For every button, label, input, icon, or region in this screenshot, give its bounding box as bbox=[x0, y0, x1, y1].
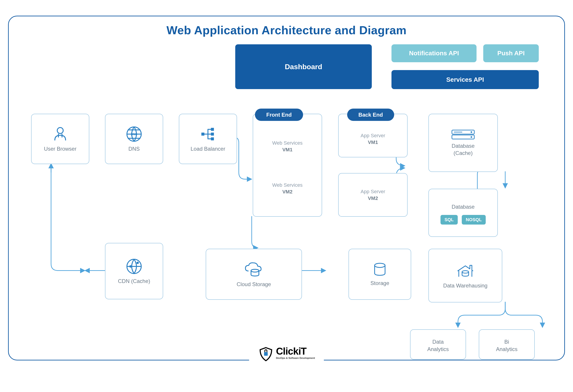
load-balancer-label: Load Balancer bbox=[191, 145, 225, 152]
svg-rect-5 bbox=[211, 133, 214, 136]
bi-analytics-node: BiAnalytics bbox=[479, 329, 535, 359]
dns-node: DNS DNS bbox=[105, 114, 163, 164]
bi-analytics-label: BiAnalytics bbox=[496, 338, 518, 353]
nosql-tag: NOSQL bbox=[462, 215, 486, 225]
data-analytics-node: DataAnalytics bbox=[410, 329, 466, 359]
user-browser-label: User Browser bbox=[44, 145, 76, 152]
cloud-storage-label: Cloud Storage bbox=[237, 281, 271, 288]
cloud-db-icon bbox=[243, 261, 265, 279]
svg-point-14 bbox=[137, 262, 139, 264]
shield-icon bbox=[258, 346, 274, 362]
storage-label: Storage bbox=[370, 280, 389, 287]
svg-rect-18 bbox=[264, 352, 268, 356]
load-balancer-node: Load Balancer bbox=[179, 114, 237, 164]
svg-point-16 bbox=[375, 263, 385, 267]
frontend-pill: Front End bbox=[255, 108, 303, 121]
data-warehousing-label: Data Warehausing bbox=[443, 282, 487, 289]
database-cache-node: Database(Cache) bbox=[429, 114, 498, 172]
warehouse-icon bbox=[455, 262, 475, 280]
user-icon bbox=[51, 125, 69, 143]
sql-tag: SQL bbox=[441, 215, 458, 225]
logo-tagline: DevOps & Software Development bbox=[276, 357, 315, 359]
cdn-node: CDN (Cache) bbox=[105, 243, 163, 299]
database-cache-label: Database(Cache) bbox=[452, 143, 475, 157]
svg-point-15 bbox=[251, 269, 259, 272]
server-icon bbox=[451, 129, 475, 140]
svg-point-10 bbox=[471, 132, 472, 133]
svg-point-0 bbox=[57, 128, 63, 134]
frontend-node: Web ServicesVM1 Web ServicesVM2 bbox=[253, 114, 322, 217]
cdn-label: CDN (Cache) bbox=[118, 278, 150, 285]
clickit-logo: ClickiT DevOps & Software Development bbox=[249, 346, 324, 362]
globe-dot-icon bbox=[125, 257, 143, 275]
svg-rect-4 bbox=[211, 128, 214, 131]
data-warehousing-node: Data Warehausing bbox=[429, 249, 502, 303]
push-api-box: Push API bbox=[483, 44, 539, 62]
svg-point-13 bbox=[129, 265, 132, 267]
globe-icon: DNS bbox=[125, 125, 143, 143]
cloud-storage-node: Cloud Storage bbox=[206, 249, 302, 300]
database-node: Database SQL NOSQL bbox=[429, 189, 498, 237]
diagram-frame: Web Application Architecture and Diagram bbox=[8, 16, 565, 360]
data-analytics-label: DataAnalytics bbox=[427, 338, 449, 353]
svg-text:DNS: DNS bbox=[131, 133, 137, 136]
dashboard-box: Dashboard bbox=[235, 44, 372, 89]
cylinder-icon bbox=[372, 262, 388, 277]
web-services-2: Web ServicesVM2 bbox=[272, 182, 302, 195]
app-server-2-label: App ServerVM2 bbox=[360, 188, 385, 201]
logo-name: ClickiT bbox=[276, 346, 315, 356]
web-services-1: Web ServicesVM1 bbox=[272, 140, 302, 153]
svg-rect-6 bbox=[211, 138, 214, 140]
services-api-box: Services API bbox=[392, 70, 539, 89]
storage-node: Storage bbox=[348, 249, 411, 300]
app-server-1-label: App ServerVM1 bbox=[360, 132, 385, 145]
svg-point-11 bbox=[471, 137, 472, 138]
database-label: Database bbox=[452, 203, 475, 211]
user-browser-node: User Browser bbox=[31, 114, 89, 164]
lb-icon bbox=[199, 125, 217, 143]
svg-point-17 bbox=[462, 271, 468, 273]
app-server-2-node: App ServerVM2 bbox=[338, 173, 408, 217]
dns-label: DNS bbox=[128, 145, 140, 152]
backend-pill: Back End bbox=[347, 108, 394, 121]
notifications-api-box: Notifications API bbox=[392, 44, 477, 62]
